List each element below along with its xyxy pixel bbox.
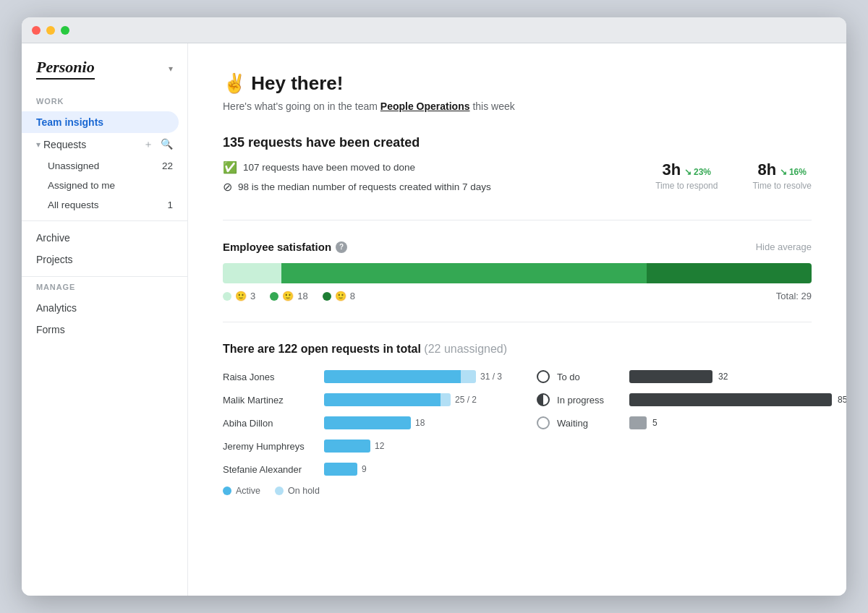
check-icon: ✅	[223, 160, 237, 174]
legend-item-high: 🙂 8	[323, 291, 355, 301]
smiley-low-icon: 🙂	[235, 291, 247, 301]
todo-icon	[537, 370, 550, 383]
active-bar	[324, 463, 357, 476]
people-column: Raisa Jones 31 / 3 Malik Martinez	[223, 370, 502, 496]
app-logo: Personio	[36, 58, 95, 80]
hide-average-button[interactable]: Hide average	[756, 241, 812, 252]
person-bar	[324, 393, 451, 406]
bar-legend: Active On hold	[223, 486, 502, 496]
unassigned-badge: 22	[162, 160, 173, 171]
sidebar-logo-area: Personio ▾	[22, 58, 187, 97]
search-request-button[interactable]: 🔍	[161, 138, 173, 151]
greeting-emoji: ✌️	[223, 72, 246, 94]
divider-1	[223, 220, 812, 220]
active-bar	[324, 370, 461, 383]
help-icon[interactable]: ?	[336, 241, 347, 253]
satisfaction-header: Employee satisfation ? Hide average	[223, 241, 812, 253]
app-window: Personio ▾ WORK Team insights ▾ Requests…	[22, 17, 846, 596]
person-bar-wrap: 12	[324, 440, 502, 453]
chevron-down-icon: ▾	[36, 140, 41, 150]
legend-dot-high	[323, 292, 331, 301]
active-dot	[223, 486, 231, 495]
hold-dot	[275, 486, 284, 495]
person-bar-wrap: 31 / 3	[324, 370, 502, 383]
inprogress-bar	[629, 393, 832, 406]
satisfaction-title: Employee satisfation ?	[223, 241, 347, 253]
person-row: Malik Martinez 25 / 2	[223, 393, 502, 406]
close-button[interactable]	[32, 26, 41, 35]
sidebar-item-forms[interactable]: Forms	[22, 319, 187, 340]
sidebar-item-all-requests[interactable]: All requests 1	[22, 195, 187, 215]
work-section-label: WORK	[22, 97, 187, 111]
legend-item-low: 🙂 3	[223, 291, 255, 301]
todo-bar	[629, 370, 712, 383]
status-bar-wrap: 5	[629, 416, 846, 429]
person-row: Raisa Jones 31 / 3	[223, 370, 502, 383]
unassigned-count: (22 unassigned)	[424, 343, 507, 355]
smiley-high-icon: 🙂	[335, 291, 346, 301]
status-row-inprogress: In progress 85	[537, 393, 846, 406]
open-requests-title: There are 122 open requests in total (22…	[223, 343, 812, 356]
bullet-median: ⊘ 98 is the median number of requests cr…	[223, 180, 621, 194]
titlebar	[22, 17, 846, 43]
sidebar-item-projects[interactable]: Projects	[22, 249, 187, 270]
all-requests-badge: 1	[167, 200, 173, 210]
stat-bullets: ✅ 107 requests have been moved to done ⊘…	[223, 160, 621, 200]
legend-hold: On hold	[275, 486, 320, 496]
sidebar-item-requests[interactable]: ▾ Requests ＋ 🔍	[22, 133, 187, 156]
sidebar-item-assigned-to-me[interactable]: Assigned to me	[22, 176, 187, 195]
divider-2	[223, 322, 812, 322]
person-bar	[324, 440, 370, 453]
satisfaction-bar-low	[223, 263, 281, 283]
sidebar-divider-1	[22, 220, 187, 221]
minimize-button[interactable]	[46, 26, 55, 35]
main-content: ✌️ Hey there! Here's what's going on in …	[188, 43, 846, 596]
person-row: Jeremy Humphreys 12	[223, 440, 502, 453]
sidebar-item-unassigned[interactable]: Unassigned 22	[22, 156, 187, 176]
chevron-down-icon[interactable]: ▾	[169, 64, 173, 74]
waiting-icon	[537, 416, 550, 429]
smiley-mid-icon: 🙂	[282, 291, 294, 301]
satisfaction-bar	[223, 263, 812, 283]
requests-grid: Raisa Jones 31 / 3 Malik Martinez	[223, 370, 812, 496]
stats-row: ✅ 107 requests have been moved to done ⊘…	[223, 160, 812, 200]
sidebar-item-archive[interactable]: Archive	[22, 227, 187, 249]
add-request-button[interactable]: ＋	[143, 138, 153, 151]
legend-dot-mid	[270, 292, 278, 301]
active-bar	[324, 440, 370, 453]
waiting-bar	[629, 416, 647, 429]
person-bar	[324, 463, 357, 476]
person-bar-wrap: 9	[324, 463, 502, 476]
sidebar-item-analytics[interactable]: Analytics	[22, 297, 187, 319]
time-to-respond-metric: 3h 23% Time to respond	[655, 160, 718, 191]
sidebar: Personio ▾ WORK Team insights ▾ Requests…	[22, 43, 188, 596]
legend-active: Active	[223, 486, 260, 496]
status-bar-wrap: 85	[629, 393, 846, 406]
status-row-waiting: Waiting 5	[537, 416, 846, 429]
sidebar-item-team-insights[interactable]: Team insights	[22, 111, 179, 133]
active-bar	[324, 416, 411, 429]
manage-section-label: MANAGE	[22, 283, 187, 297]
person-row: Stefanie Alexander 9	[223, 463, 502, 476]
status-row-todo: To do 32	[537, 370, 846, 383]
status-bar-wrap: 32	[629, 370, 846, 383]
team-name-link[interactable]: People Operations	[380, 100, 470, 112]
status-column: To do 32 In progress 85	[537, 370, 846, 496]
active-bar	[324, 393, 441, 406]
person-bar	[324, 416, 411, 429]
satisfaction-bar-mid	[281, 263, 647, 283]
inprogress-icon	[537, 393, 550, 406]
maximize-button[interactable]	[61, 26, 69, 35]
time-to-resolve-metric: 8h 16% Time to resolve	[752, 160, 812, 191]
greeting-text: Hey there!	[251, 72, 343, 94]
greeting-subtitle: Here's what's going on in the team Peopl…	[223, 100, 812, 112]
hold-bar	[441, 393, 451, 406]
circle-icon: ⊘	[223, 180, 232, 194]
sidebar-divider-2	[22, 276, 187, 277]
satisfaction-legend: 🙂 3 🙂 18 🙂 8 Total: 29	[223, 291, 812, 301]
person-bar	[324, 370, 476, 383]
legend-item-mid: 🙂 18	[270, 291, 307, 301]
hold-bar	[461, 370, 476, 383]
satisfaction-bar-high	[647, 263, 812, 283]
bullet-done: ✅ 107 requests have been moved to done	[223, 160, 621, 174]
